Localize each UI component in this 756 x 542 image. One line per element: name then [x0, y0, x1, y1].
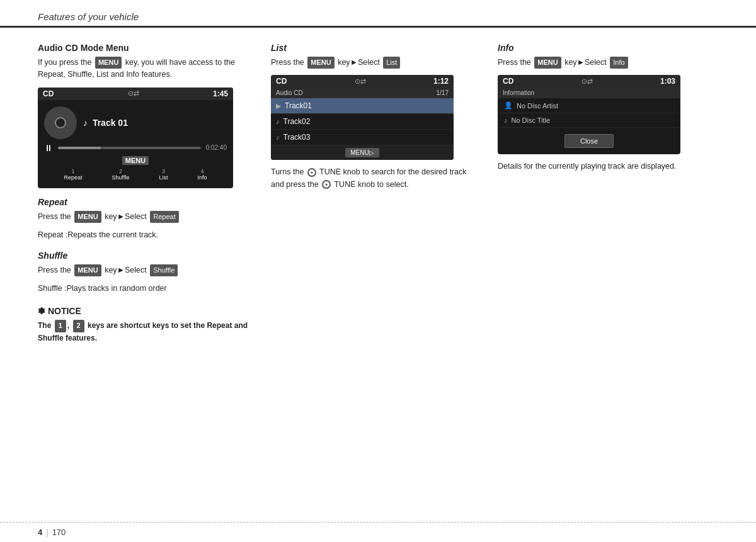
list-cd-icons: ⊙⇄	[355, 77, 366, 86]
list-section-title: List	[271, 43, 479, 53]
list-badge: List	[383, 57, 400, 69]
notice-text: The 1, 2 keys are shortcut keys to set t…	[38, 320, 252, 344]
info-item-artist: 👤 No Disc Artist	[498, 98, 680, 113]
pause-icon: ⏸	[44, 143, 53, 153]
info-mid: key	[564, 58, 576, 67]
page-title: Features of your vehicle	[38, 11, 139, 22]
notice-keys-text: keys are shortcut keys to set the Repeat…	[38, 321, 248, 342]
list-bottom-bar: MENU▷	[271, 145, 454, 160]
cd-screen-main: CD ⊙⇄ 1:45 ♪ Track 01 ⏸ 0:02:40	[38, 88, 233, 188]
repeat-title: Repeat	[38, 197, 252, 207]
info-desc: Details for the currently playing track …	[498, 161, 718, 172]
music-note-icon: ♪	[83, 118, 88, 128]
info-badge: Info	[610, 57, 627, 69]
list-subtitle-row: Audio CD 1/17	[271, 88, 454, 98]
main-content: Audio CD Mode Menu If you press the MENU…	[0, 28, 756, 357]
list-select-text: Select	[358, 58, 380, 67]
info-close-button[interactable]: Close	[564, 134, 614, 148]
list-track02-text: Track02	[284, 117, 311, 126]
info-section-title: Info	[498, 43, 718, 53]
list-cd-time: 1:12	[433, 77, 449, 86]
info-para: Press the MENU key►Select Info	[498, 57, 718, 69]
info-close-area: Close	[498, 128, 680, 154]
notice-box: ✽ NOTICE The 1, 2 keys are shortcut keys…	[38, 306, 252, 344]
cd-menu-badge: MENU	[122, 156, 149, 165]
notice-num2: 2	[73, 320, 84, 332]
cd-menu-item-4: 4 Info	[197, 168, 207, 181]
cd-progress-fill	[58, 147, 101, 149]
info-menu-badge: MENU	[534, 57, 561, 69]
audio-cd-section-title: Audio CD Mode Menu	[38, 43, 252, 53]
music-title-icon: ♪	[504, 116, 508, 124]
page-header: Features of your vehicle	[0, 0, 756, 28]
cd-progress-row: ⏸ 0:02:40	[44, 143, 227, 153]
list-item-track02: ♪ Track02	[271, 114, 454, 130]
cd-menu-items-row: 1 Repeat 2 Shuffle 3 List 4 Info	[44, 167, 227, 184]
shuffle-mid: key	[105, 266, 117, 274]
info-artist-text: No Disc Artist	[517, 102, 558, 110]
list-desc1: Turns the	[271, 167, 304, 176]
cd-menu-item-3: 3 List	[159, 168, 168, 181]
middle-column: List Press the MENU key►Select List CD ⊙…	[271, 43, 479, 344]
list-desc: Turns the TUNE knob to search for the de…	[271, 166, 479, 191]
repeat-desc: Repeat :Repeats the current track.	[38, 229, 252, 241]
music-icon-track03: ♪	[276, 133, 280, 141]
list-cd-label: CD	[276, 77, 287, 86]
repeat-mid: key	[105, 212, 117, 221]
left-column: Audio CD Mode Menu If you press the MENU…	[38, 43, 252, 344]
intro-text: If you press the	[38, 58, 91, 67]
cd-item-num-1: 1	[64, 168, 83, 174]
cd-item-label-3: List	[159, 174, 168, 181]
cd-item-label-2: Shuffle	[112, 174, 130, 181]
list-track03-text: Track03	[284, 133, 311, 142]
info-cd-time: 1:03	[660, 77, 675, 86]
notice-the: The	[38, 321, 51, 330]
info-screen: CD ⊙⇄ 1:03 Information 👤 No Disc Artist …	[498, 75, 680, 154]
notice-num1: 1	[55, 320, 66, 332]
shuffle-title: Shuffle	[38, 251, 252, 261]
tune-label-1: TUNE	[319, 167, 341, 176]
cd-track-name: Track 01	[93, 118, 128, 128]
list-bottom-menu: MENU▷	[345, 148, 379, 157]
music-icon-track02: ♪	[276, 118, 280, 125]
cd-controls: ⏸ 0:02:40 MENU 1 Repeat 2 Sh	[38, 142, 233, 188]
cd-item-num-3: 3	[159, 168, 168, 174]
shuffle-select: Select	[125, 266, 147, 274]
shuffle-menu-badge: MENU	[74, 264, 101, 276]
info-cd-icons: ⊙⇄	[581, 77, 593, 86]
cd-track-info: ♪ Track 01	[83, 118, 128, 128]
list-item-track01: ▶ Track01	[271, 98, 454, 114]
cd-menu-item-1: 1 Repeat	[64, 168, 83, 181]
list-pre: Press the	[271, 58, 304, 67]
tune-knob-icon-1	[307, 168, 316, 177]
cd-topbar: CD ⊙⇄ 1:45	[38, 88, 233, 100]
list-subtitle: Audio CD	[276, 89, 303, 96]
info-topbar: CD ⊙⇄ 1:03	[498, 75, 680, 88]
info-title-text: No Disc Title	[512, 116, 551, 124]
cd-time: 1:45	[213, 89, 228, 98]
footer-section-num: 4	[38, 528, 42, 537]
list-desc3: knob to select.	[358, 180, 409, 189]
cd-elapsed: 0:02:40	[206, 144, 227, 151]
footer-page-num: 170	[52, 528, 66, 537]
cd-item-label-1: Repeat	[64, 174, 83, 181]
repeat-section: Repeat Press the MENU key►Select Repeat …	[38, 197, 252, 242]
list-mid: key	[338, 58, 350, 67]
tune-knob-icon-2	[322, 180, 331, 189]
cd-item-label-4: Info	[197, 174, 207, 181]
list-topbar: CD ⊙⇄ 1:12	[271, 75, 454, 88]
list-item-track03: ♪ Track03	[271, 130, 454, 145]
cd-progress-bar	[58, 147, 201, 149]
right-column: Info Press the MENU key►Select Info CD ⊙…	[498, 43, 718, 344]
info-subtitle-row: Information	[498, 88, 680, 98]
repeat-menu-badge: MENU	[74, 211, 101, 223]
repeat-badge: Repeat	[150, 211, 178, 223]
cd-icons: ⊙⇄	[128, 89, 139, 98]
audio-cd-intro: If you press the MENU key, you will have…	[38, 57, 252, 81]
list-screen: CD ⊙⇄ 1:12 Audio CD 1/17 ▶ Track01 ♪ Tra…	[271, 75, 454, 160]
cd-main-area: ♪ Track 01	[38, 100, 233, 142]
intro-menu-badge: MENU	[95, 57, 122, 69]
artist-icon: 👤	[504, 101, 513, 110]
repeat-pre: Press the	[38, 212, 71, 221]
list-subtitle-num: 1/17	[437, 89, 449, 96]
